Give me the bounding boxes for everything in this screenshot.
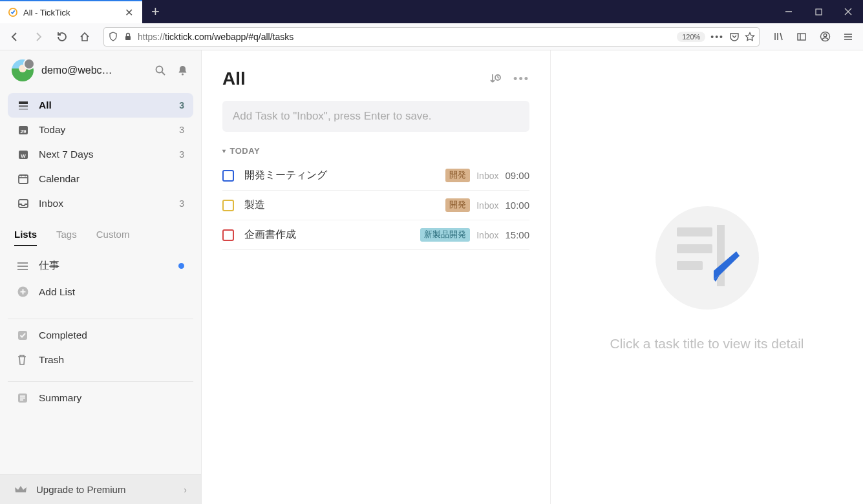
svg-point-16 (156, 67, 163, 73)
nav-label: Today (39, 124, 179, 136)
sidebar: demo@webc… All329Today3WNext 7 Days3Cale… (0, 50, 202, 504)
sidebar-lists: 仕事 Add List Completed Trash Summary (0, 246, 201, 474)
task-row[interactable]: 開発ミーティング開発Inbox09:00 (222, 161, 529, 191)
sidebar-trash[interactable]: Trash (8, 348, 193, 372)
sidebar-summary[interactable]: Summary (8, 386, 193, 410)
svg-rect-26 (19, 175, 28, 184)
svg-rect-48 (677, 261, 703, 270)
sidebar-separator (8, 381, 193, 382)
svg-rect-47 (677, 244, 712, 253)
menu-icon[interactable] (838, 27, 858, 47)
shield-icon[interactable] (108, 32, 118, 42)
pocket-icon[interactable] (729, 32, 740, 42)
svg-rect-30 (19, 200, 28, 207)
window-controls (774, 0, 863, 23)
task-checkbox[interactable] (222, 200, 234, 211)
add-task-input[interactable]: Add Task to "Inbox", press Enter to save… (222, 101, 529, 132)
inbox-stack-icon (17, 99, 30, 112)
list-label: 仕事 (39, 259, 178, 273)
sidebar-completed[interactable]: Completed (8, 323, 193, 348)
main: All ••• Add Task to "Inbox", press Enter… (202, 50, 863, 504)
list-item-work[interactable]: 仕事 (8, 253, 193, 279)
calendar-day-icon: 29 (17, 123, 30, 136)
sidebar-icon[interactable] (792, 27, 811, 47)
lock-icon[interactable] (123, 32, 133, 41)
crown-icon (14, 485, 27, 495)
forward-button[interactable] (28, 27, 48, 47)
task-list: 開発ミーティング開発Inbox09:00製造開発Inbox10:00企画書作成新… (202, 161, 550, 250)
calendar-week-icon: W (17, 148, 30, 161)
trash-icon (17, 354, 30, 366)
svg-rect-5 (125, 36, 131, 40)
tab-title: All - TickTick (23, 8, 123, 17)
inbox-icon (17, 197, 30, 210)
check-square-icon (17, 330, 30, 341)
minimize-button[interactable] (774, 0, 804, 23)
library-icon[interactable] (769, 27, 788, 47)
svg-point-12 (824, 34, 827, 37)
browser-tab[interactable]: All - TickTick ✕ (0, 0, 142, 23)
task-time: 15:00 (505, 229, 529, 240)
nav-label: Inbox (39, 198, 179, 209)
plus-circle-icon (17, 286, 30, 298)
nav-count: 3 (179, 149, 184, 160)
calendar-icon (17, 173, 30, 185)
reload-button[interactable] (52, 27, 71, 47)
maximize-button[interactable] (804, 0, 833, 23)
app: demo@webc… All329Today3WNext 7 Days3Cale… (0, 50, 863, 504)
sidebar-nav-next-7-days[interactable]: WNext 7 Days3 (8, 142, 193, 167)
favicon-icon (8, 7, 18, 17)
task-list-name: Inbox (476, 171, 498, 181)
bookmark-star-icon[interactable] (745, 32, 755, 42)
trash-label: Trash (39, 354, 184, 366)
tab-tags[interactable]: Tags (56, 229, 77, 246)
notifications-icon[interactable] (175, 65, 189, 76)
sidebar-nav-calendar[interactable]: Calendar (8, 167, 193, 191)
avatar[interactable] (12, 59, 34, 81)
svg-line-8 (780, 33, 782, 40)
tab-lists[interactable]: Lists (14, 229, 37, 246)
new-tab-button[interactable]: + (142, 3, 169, 20)
svg-rect-21 (19, 109, 28, 110)
add-list-button[interactable]: Add List (8, 279, 193, 304)
tab-custom[interactable]: Custom (96, 229, 130, 246)
search-icon[interactable] (153, 65, 167, 76)
task-tag[interactable]: 開発 (445, 198, 470, 212)
task-tag[interactable]: 新製品開発 (420, 228, 470, 242)
nav-label: Next 7 Days (39, 149, 179, 160)
svg-text:29: 29 (21, 129, 27, 134)
zoom-badge[interactable]: 120% (677, 32, 705, 42)
tab-close-icon[interactable]: ✕ (123, 6, 134, 19)
task-title: 開発ミーティング (244, 169, 445, 182)
sidebar-nav-inbox[interactable]: Inbox3 (8, 191, 193, 216)
close-button[interactable] (833, 0, 863, 23)
account-icon[interactable] (815, 27, 835, 47)
task-row[interactable]: 企画書作成新製品開発Inbox15:00 (222, 220, 529, 250)
task-checkbox[interactable] (222, 170, 234, 182)
user-email[interactable]: demo@webc… (41, 65, 145, 76)
list-icon (17, 262, 30, 271)
chevron-right-icon: › (184, 485, 187, 495)
svg-line-17 (162, 72, 165, 76)
svg-rect-46 (677, 227, 712, 236)
svg-text:W: W (21, 153, 26, 159)
sidebar-footer: Upgrade to Premium › (0, 474, 201, 504)
upgrade-premium-button[interactable]: Upgrade to Premium › (0, 475, 201, 504)
sort-icon[interactable] (489, 72, 502, 85)
window-titlebar: All - TickTick ✕ + (0, 0, 863, 23)
sidebar-separator (8, 319, 193, 319)
sidebar-nav-all[interactable]: All3 (8, 93, 193, 118)
sidebar-nav-today[interactable]: 29Today3 (8, 118, 193, 142)
task-checkbox[interactable] (222, 229, 234, 241)
page-actions-icon[interactable]: ••• (710, 32, 724, 42)
list-color-dot (178, 263, 184, 269)
more-icon[interactable]: ••• (513, 72, 529, 86)
task-tag[interactable]: 開発 (445, 169, 470, 182)
task-row[interactable]: 製造開発Inbox10:00 (222, 191, 529, 220)
url-bar[interactable]: https://ticktick.com/webapp/#q/all/tasks… (103, 27, 760, 47)
section-today[interactable]: ▾ TODAY (202, 146, 550, 161)
tasks-header: All ••• (202, 66, 550, 101)
back-button[interactable] (5, 27, 25, 47)
home-button[interactable] (75, 27, 94, 47)
nav-count: 3 (179, 100, 184, 110)
